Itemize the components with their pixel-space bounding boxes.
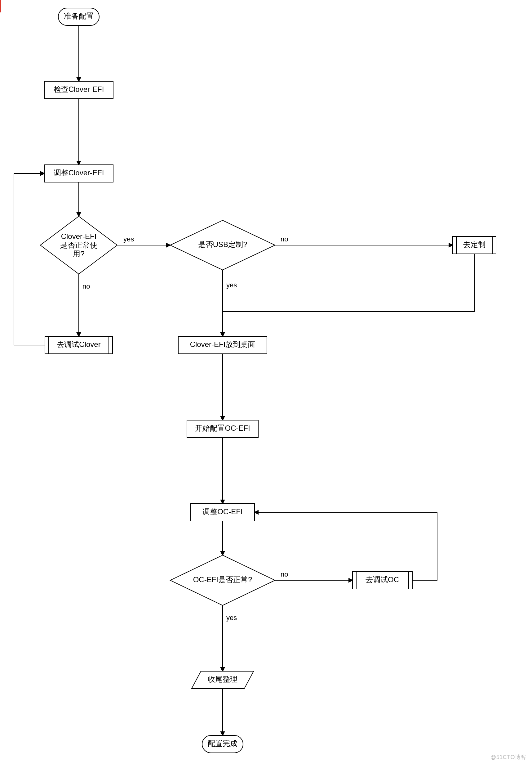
node-usb-custom-label: 是否USB定制? <box>198 240 247 249</box>
node-go-custom: 去定制 <box>453 237 496 254</box>
edge-debugclover-loop <box>14 173 45 345</box>
node-go-custom-label: 去定制 <box>463 240 485 249</box>
node-clover-ok-l1: Clover-EFI <box>61 232 97 241</box>
node-check-clover: 检查Clover-EFI <box>44 81 113 99</box>
node-end: 配置完成 <box>202 735 243 753</box>
label-cloverok-no: no <box>82 283 90 290</box>
node-debug-oc-label: 去调试OC <box>365 575 399 584</box>
flowchart-canvas: yes no no yes no yes 准备配置 检查Clover-EFI 调… <box>0 0 532 764</box>
red-accent-bar <box>0 0 1 12</box>
node-start-oc: 开始配置OC-EFI <box>187 420 258 438</box>
node-debug-clover: 去调试Clover <box>45 336 112 354</box>
node-clover-ok: Clover-EFI 是否正常使 用? <box>40 216 117 274</box>
node-efi-desktop: Clover-EFI放到桌面 <box>178 336 267 354</box>
node-debug-clover-label: 去调试Clover <box>57 340 100 348</box>
node-debug-oc: 去调试OC <box>352 572 412 589</box>
label-cloverok-yes: yes <box>123 235 134 243</box>
node-cleanup: 收尾整理 <box>192 671 254 688</box>
node-efi-desktop-label: Clover-EFI放到桌面 <box>190 340 255 348</box>
node-adjust-oc-label: 调整OC-EFI <box>202 507 242 516</box>
label-usb-no: no <box>281 235 288 243</box>
label-usb-yes: yes <box>226 281 237 289</box>
node-clover-ok-l2: 是否正常使 <box>60 241 97 249</box>
node-start-oc-label: 开始配置OC-EFI <box>195 424 250 432</box>
node-usb-custom: 是否USB定制? <box>170 220 275 270</box>
edge-gocustom-return <box>222 254 474 311</box>
watermark-text: @51CTO博客 <box>490 753 526 761</box>
label-ocok-no: no <box>281 570 288 578</box>
node-start-label: 准备配置 <box>64 12 94 20</box>
node-oc-ok-label: OC-EFI是否正常? <box>193 575 252 584</box>
node-end-label: 配置完成 <box>208 739 237 748</box>
label-ocok-yes: yes <box>226 614 237 622</box>
node-oc-ok: OC-EFI是否正常? <box>170 555 275 605</box>
node-adjust-oc: 调整OC-EFI <box>191 504 255 521</box>
node-adjust-clover: 调整Clover-EFI <box>44 165 113 182</box>
node-clover-ok-l3: 用? <box>73 250 84 258</box>
node-start: 准备配置 <box>58 8 99 25</box>
node-adjust-clover-label: 调整Clover-EFI <box>54 168 104 177</box>
node-check-clover-label: 检查Clover-EFI <box>54 85 104 94</box>
node-cleanup-label: 收尾整理 <box>208 675 237 683</box>
